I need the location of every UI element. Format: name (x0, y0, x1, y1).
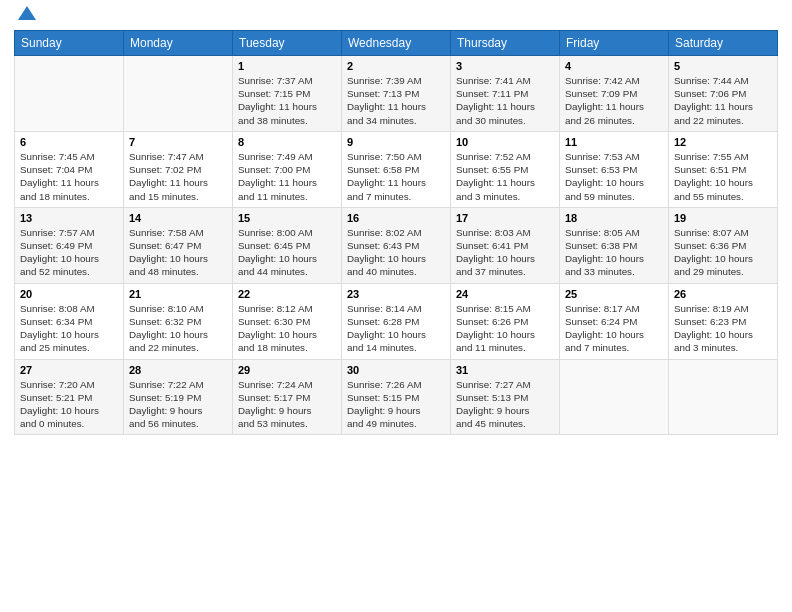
day-number: 30 (347, 364, 445, 376)
day-number: 14 (129, 212, 227, 224)
calendar-week-4: 20Sunrise: 8:08 AM Sunset: 6:34 PM Dayli… (15, 283, 778, 359)
day-info: Sunrise: 7:47 AM Sunset: 7:02 PM Dayligh… (129, 150, 227, 203)
day-number: 13 (20, 212, 118, 224)
calendar-cell: 19Sunrise: 8:07 AM Sunset: 6:36 PM Dayli… (669, 207, 778, 283)
day-info: Sunrise: 7:20 AM Sunset: 5:21 PM Dayligh… (20, 378, 118, 431)
calendar-cell: 17Sunrise: 8:03 AM Sunset: 6:41 PM Dayli… (451, 207, 560, 283)
header-day-monday: Monday (124, 31, 233, 56)
day-number: 17 (456, 212, 554, 224)
day-number: 22 (238, 288, 336, 300)
calendar-cell: 16Sunrise: 8:02 AM Sunset: 6:43 PM Dayli… (342, 207, 451, 283)
day-info: Sunrise: 8:07 AM Sunset: 6:36 PM Dayligh… (674, 226, 772, 279)
day-info: Sunrise: 8:08 AM Sunset: 6:34 PM Dayligh… (20, 302, 118, 355)
calendar-cell (124, 56, 233, 132)
day-number: 20 (20, 288, 118, 300)
day-number: 24 (456, 288, 554, 300)
calendar-cell: 5Sunrise: 7:44 AM Sunset: 7:06 PM Daylig… (669, 56, 778, 132)
calendar-cell: 11Sunrise: 7:53 AM Sunset: 6:53 PM Dayli… (560, 131, 669, 207)
calendar-table: SundayMondayTuesdayWednesdayThursdayFrid… (14, 30, 778, 435)
day-info: Sunrise: 7:27 AM Sunset: 5:13 PM Dayligh… (456, 378, 554, 431)
calendar-cell: 22Sunrise: 8:12 AM Sunset: 6:30 PM Dayli… (233, 283, 342, 359)
calendar-cell: 2Sunrise: 7:39 AM Sunset: 7:13 PM Daylig… (342, 56, 451, 132)
calendar-cell: 24Sunrise: 8:15 AM Sunset: 6:26 PM Dayli… (451, 283, 560, 359)
day-info: Sunrise: 7:37 AM Sunset: 7:15 PM Dayligh… (238, 74, 336, 127)
header-day-wednesday: Wednesday (342, 31, 451, 56)
calendar-cell: 29Sunrise: 7:24 AM Sunset: 5:17 PM Dayli… (233, 359, 342, 435)
calendar-cell: 6Sunrise: 7:45 AM Sunset: 7:04 PM Daylig… (15, 131, 124, 207)
day-number: 8 (238, 136, 336, 148)
calendar-cell: 12Sunrise: 7:55 AM Sunset: 6:51 PM Dayli… (669, 131, 778, 207)
logo-icon (16, 2, 38, 24)
day-number: 27 (20, 364, 118, 376)
day-number: 3 (456, 60, 554, 72)
calendar-cell: 31Sunrise: 7:27 AM Sunset: 5:13 PM Dayli… (451, 359, 560, 435)
day-info: Sunrise: 7:58 AM Sunset: 6:47 PM Dayligh… (129, 226, 227, 279)
calendar-cell: 8Sunrise: 7:49 AM Sunset: 7:00 PM Daylig… (233, 131, 342, 207)
day-info: Sunrise: 7:44 AM Sunset: 7:06 PM Dayligh… (674, 74, 772, 127)
day-number: 16 (347, 212, 445, 224)
calendar-week-3: 13Sunrise: 7:57 AM Sunset: 6:49 PM Dayli… (15, 207, 778, 283)
header-day-friday: Friday (560, 31, 669, 56)
calendar-cell: 28Sunrise: 7:22 AM Sunset: 5:19 PM Dayli… (124, 359, 233, 435)
header-day-sunday: Sunday (15, 31, 124, 56)
calendar-cell: 9Sunrise: 7:50 AM Sunset: 6:58 PM Daylig… (342, 131, 451, 207)
calendar-cell: 23Sunrise: 8:14 AM Sunset: 6:28 PM Dayli… (342, 283, 451, 359)
svg-marker-0 (18, 6, 36, 20)
calendar-cell: 15Sunrise: 8:00 AM Sunset: 6:45 PM Dayli… (233, 207, 342, 283)
day-number: 29 (238, 364, 336, 376)
day-number: 11 (565, 136, 663, 148)
calendar-body: 1Sunrise: 7:37 AM Sunset: 7:15 PM Daylig… (15, 56, 778, 435)
day-info: Sunrise: 7:55 AM Sunset: 6:51 PM Dayligh… (674, 150, 772, 203)
day-info: Sunrise: 8:10 AM Sunset: 6:32 PM Dayligh… (129, 302, 227, 355)
header-day-thursday: Thursday (451, 31, 560, 56)
day-info: Sunrise: 8:02 AM Sunset: 6:43 PM Dayligh… (347, 226, 445, 279)
day-number: 12 (674, 136, 772, 148)
calendar-cell: 14Sunrise: 7:58 AM Sunset: 6:47 PM Dayli… (124, 207, 233, 283)
day-info: Sunrise: 8:19 AM Sunset: 6:23 PM Dayligh… (674, 302, 772, 355)
day-info: Sunrise: 7:50 AM Sunset: 6:58 PM Dayligh… (347, 150, 445, 203)
day-number: 18 (565, 212, 663, 224)
day-number: 15 (238, 212, 336, 224)
day-info: Sunrise: 7:53 AM Sunset: 6:53 PM Dayligh… (565, 150, 663, 203)
calendar-cell: 25Sunrise: 8:17 AM Sunset: 6:24 PM Dayli… (560, 283, 669, 359)
day-info: Sunrise: 8:14 AM Sunset: 6:28 PM Dayligh… (347, 302, 445, 355)
day-number: 23 (347, 288, 445, 300)
day-info: Sunrise: 7:22 AM Sunset: 5:19 PM Dayligh… (129, 378, 227, 431)
day-number: 26 (674, 288, 772, 300)
day-info: Sunrise: 8:03 AM Sunset: 6:41 PM Dayligh… (456, 226, 554, 279)
day-number: 2 (347, 60, 445, 72)
header-day-saturday: Saturday (669, 31, 778, 56)
day-number: 21 (129, 288, 227, 300)
day-number: 6 (20, 136, 118, 148)
header-day-tuesday: Tuesday (233, 31, 342, 56)
calendar-cell (560, 359, 669, 435)
day-info: Sunrise: 7:24 AM Sunset: 5:17 PM Dayligh… (238, 378, 336, 431)
day-info: Sunrise: 7:52 AM Sunset: 6:55 PM Dayligh… (456, 150, 554, 203)
calendar-cell (15, 56, 124, 132)
day-info: Sunrise: 7:42 AM Sunset: 7:09 PM Dayligh… (565, 74, 663, 127)
calendar-cell: 3Sunrise: 7:41 AM Sunset: 7:11 PM Daylig… (451, 56, 560, 132)
calendar-cell: 13Sunrise: 7:57 AM Sunset: 6:49 PM Dayli… (15, 207, 124, 283)
day-number: 7 (129, 136, 227, 148)
day-number: 9 (347, 136, 445, 148)
day-info: Sunrise: 7:41 AM Sunset: 7:11 PM Dayligh… (456, 74, 554, 127)
page-header (14, 10, 778, 24)
day-number: 10 (456, 136, 554, 148)
day-number: 4 (565, 60, 663, 72)
day-number: 5 (674, 60, 772, 72)
calendar-cell: 26Sunrise: 8:19 AM Sunset: 6:23 PM Dayli… (669, 283, 778, 359)
calendar-week-1: 1Sunrise: 7:37 AM Sunset: 7:15 PM Daylig… (15, 56, 778, 132)
day-info: Sunrise: 8:15 AM Sunset: 6:26 PM Dayligh… (456, 302, 554, 355)
calendar-cell: 27Sunrise: 7:20 AM Sunset: 5:21 PM Dayli… (15, 359, 124, 435)
day-number: 19 (674, 212, 772, 224)
calendar-cell: 4Sunrise: 7:42 AM Sunset: 7:09 PM Daylig… (560, 56, 669, 132)
calendar-cell: 30Sunrise: 7:26 AM Sunset: 5:15 PM Dayli… (342, 359, 451, 435)
day-info: Sunrise: 7:49 AM Sunset: 7:00 PM Dayligh… (238, 150, 336, 203)
day-info: Sunrise: 8:12 AM Sunset: 6:30 PM Dayligh… (238, 302, 336, 355)
logo (14, 10, 38, 24)
day-number: 1 (238, 60, 336, 72)
day-info: Sunrise: 7:45 AM Sunset: 7:04 PM Dayligh… (20, 150, 118, 203)
calendar-cell: 21Sunrise: 8:10 AM Sunset: 6:32 PM Dayli… (124, 283, 233, 359)
day-info: Sunrise: 7:39 AM Sunset: 7:13 PM Dayligh… (347, 74, 445, 127)
day-number: 31 (456, 364, 554, 376)
